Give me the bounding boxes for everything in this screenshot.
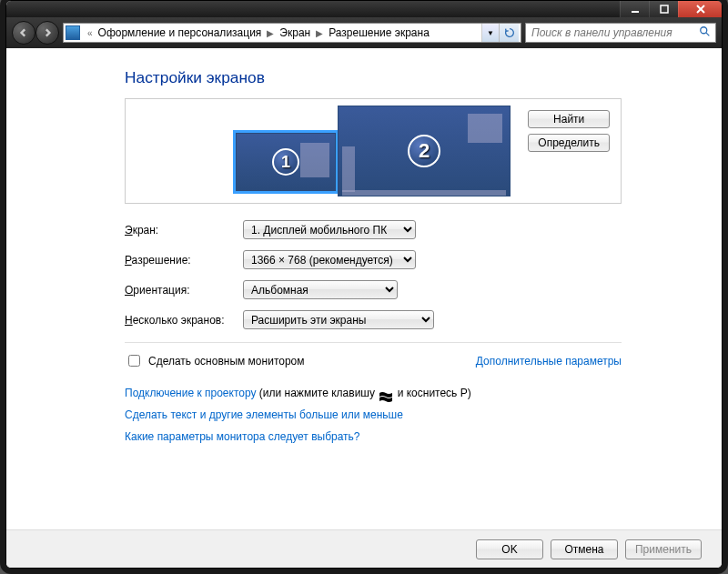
breadcrumb-part[interactable]: Разрешение экрана [327,26,431,39]
control-panel-icon [66,25,80,40]
search-box[interactable] [525,23,716,43]
text-size-link[interactable]: Сделать текст и другие элементы больше и… [125,408,403,421]
svg-rect-1 [661,5,668,13]
refresh-button[interactable] [499,24,519,42]
help-links: Подключение к проектору (или нажмите кла… [125,382,622,448]
projector-hint-pre: (или нажмите клавишу [257,387,379,399]
primary-monitor-row: Сделать основным монитором Дополнительны… [125,352,622,369]
monitor-number: 1 [272,148,299,176]
forward-button[interactable] [35,21,59,45]
screen-select[interactable]: 1. Дисплей мобильного ПК [243,220,416,239]
cancel-button[interactable]: Отмена [551,539,618,559]
apply-button[interactable]: Применить [625,539,702,559]
display-preview[interactable]: 1 2 Найти Определить [125,98,622,204]
breadcrumb-back-chevron: « [84,28,96,38]
monitor-2[interactable]: 2 [338,106,511,196]
search-icon[interactable] [699,25,712,41]
control-panel-window: « Оформление и персонализация ▶ Экран ▶ … [5,0,723,569]
separator [125,342,622,343]
search-input[interactable] [530,25,699,40]
make-primary-checkbox[interactable] [128,355,140,367]
multiple-displays-select[interactable]: Расширить эти экраны [243,310,434,329]
multiple-displays-label: Несколько экранов: [125,314,243,327]
which-monitor-link[interactable]: Какие параметры монитора следует выбрать… [125,430,360,443]
projector-hint-post: и коснитесь P) [394,387,470,399]
settings-form: Экран: 1. Дисплей мобильного ПК Разрешен… [125,220,622,329]
maximize-button[interactable] [649,1,678,17]
orientation-select[interactable]: Альбомная [243,280,398,299]
content-area: Настройки экранов 1 2 Найти Определить Э… [6,48,722,529]
chevron-right-icon: ▶ [312,28,327,38]
resolution-select[interactable]: 1366 × 768 (рекомендуется) [243,250,416,269]
breadcrumb-part[interactable]: Оформление и персонализация [96,26,264,39]
make-primary-label: Сделать основным монитором [148,355,305,368]
detect-button[interactable]: Определить [528,134,610,152]
chevron-right-icon: ▶ [263,28,278,38]
advanced-settings-link[interactable]: Дополнительные параметры [476,355,622,368]
footer: OK Отмена Применить [6,529,722,568]
address-dropdown-icon[interactable]: ▼ [482,24,499,42]
orientation-label: Ориентация: [125,284,243,297]
breadcrumb[interactable]: « Оформление и персонализация ▶ Экран ▶ … [63,23,521,43]
svg-line-5 [706,32,710,35]
minimize-button[interactable] [620,1,649,17]
find-button[interactable]: Найти [528,110,610,128]
titlebar [6,1,722,17]
screen-label: Экран: [125,224,243,237]
back-button[interactable] [12,21,35,45]
monitor-number: 2 [408,135,440,167]
nav-buttons [12,21,59,45]
page-title: Настройки экранов [125,68,622,87]
navbar: « Оформление и персонализация ▶ Экран ▶ … [6,17,722,48]
resolution-label: Разрешение: [125,254,243,267]
windows-key-icon [379,388,392,399]
monitor-1[interactable]: 1 [236,133,336,191]
close-button[interactable] [678,1,722,17]
svg-point-4 [701,26,707,33]
ok-button[interactable]: OK [476,539,543,559]
breadcrumb-part[interactable]: Экран [278,26,312,39]
projector-link[interactable]: Подключение к проектору [125,387,257,399]
